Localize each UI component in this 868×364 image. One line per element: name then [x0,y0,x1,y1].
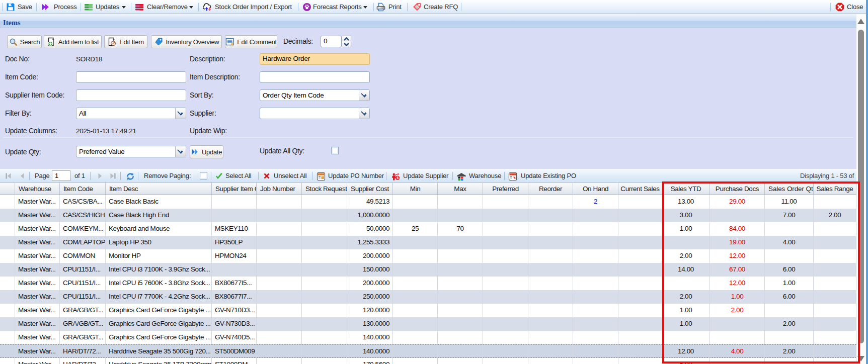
svg-text:$: $ [397,176,399,180]
